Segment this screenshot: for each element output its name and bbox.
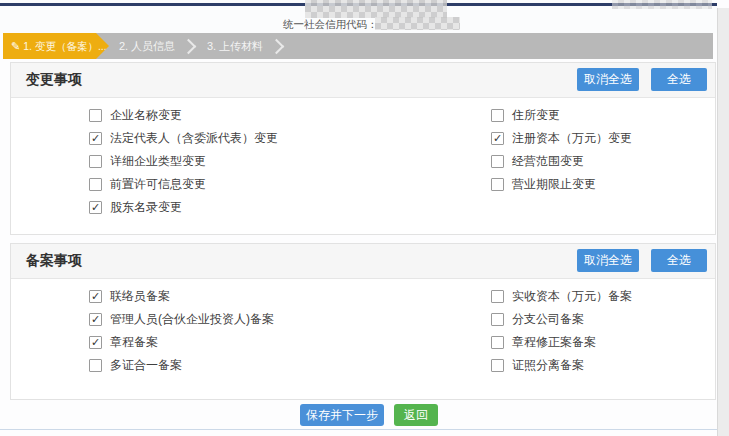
- checkbox-label: 详细企业类型变更: [110, 153, 206, 170]
- checkbox-label: 多证合一备案: [110, 357, 182, 374]
- checkbox-item[interactable]: ✓股东名录变更: [89, 199, 278, 215]
- checkbox-item[interactable]: 章程修正案备案: [491, 334, 632, 350]
- checkbox-item[interactable]: 证照分离备案: [491, 357, 632, 373]
- change-items-title: 变更事项: [26, 71, 82, 89]
- checkbox-label: 前置许可信息变更: [110, 176, 206, 193]
- checkbox[interactable]: ✓: [89, 290, 102, 303]
- back-button[interactable]: 返回: [394, 404, 438, 426]
- filing-items-right-column: 实收资本（万元）备案 分支公司备案 章程修正案备案 证照分离备案: [491, 288, 632, 380]
- redacted-company-name: [305, 0, 447, 18]
- pencil-icon: ✎: [11, 40, 20, 52]
- checkbox-label: 章程备案: [110, 334, 158, 351]
- checkbox[interactable]: [89, 178, 102, 191]
- checkbox[interactable]: [491, 290, 504, 303]
- filing-items-title: 备案事项: [26, 252, 82, 270]
- checkbox-item[interactable]: 经营范围变更: [491, 153, 632, 169]
- change-items-right-column: 住所变更 ✓注册资本（万元）变更 经营范围变更 营业期限止变更: [491, 107, 632, 199]
- checkbox-item[interactable]: 多证合一备案: [89, 357, 274, 373]
- bottom-divider: [0, 429, 729, 430]
- checkbox[interactable]: [491, 109, 504, 122]
- checkbox[interactable]: [89, 155, 102, 168]
- checkbox[interactable]: [491, 313, 504, 326]
- checkbox-label: 股东名录变更: [110, 199, 182, 216]
- page: 统一社会信用代码： ✎1. 变更（备案）... 2. 人员信息 3. 上传材料 …: [0, 0, 729, 436]
- checkbox[interactable]: [89, 109, 102, 122]
- checkbox-label: 实收资本（万元）备案: [512, 288, 632, 305]
- checkbox-item[interactable]: 详细企业类型变更: [89, 153, 278, 169]
- checkbox-label: 住所变更: [512, 107, 560, 124]
- save-and-next-button[interactable]: 保存并下一步: [300, 404, 384, 426]
- checkbox-label: 经营范围变更: [512, 153, 584, 170]
- checkbox-item[interactable]: 住所变更: [491, 107, 632, 123]
- step-1-label: 1. 变更（备案）...: [23, 40, 106, 52]
- change-items-header: 变更事项 取消全选 全选: [11, 63, 715, 98]
- checkbox[interactable]: ✓: [89, 132, 102, 145]
- checkbox-item[interactable]: 前置许可信息变更: [89, 176, 278, 192]
- checkbox[interactable]: [491, 336, 504, 349]
- checkbox[interactable]: [89, 359, 102, 372]
- checkbox[interactable]: [491, 359, 504, 372]
- checkbox[interactable]: ✓: [89, 313, 102, 326]
- filing-items-left-column: ✓联络员备案 ✓管理人员(合伙企业投资人)备案 ✓章程备案 多证合一备案: [89, 288, 274, 380]
- step-2-personnel-info[interactable]: 2. 人员信息: [107, 33, 187, 59]
- deselect-all-button[interactable]: 取消全选: [577, 249, 639, 272]
- checkbox-label: 证照分离备案: [512, 357, 584, 374]
- deselect-all-button[interactable]: 取消全选: [577, 68, 639, 91]
- checkbox[interactable]: [491, 155, 504, 168]
- checkbox-label: 营业期限止变更: [512, 176, 596, 193]
- top-header: 统一社会信用代码：: [0, 0, 717, 33]
- checkbox-item[interactable]: 营业期限止变更: [491, 176, 632, 192]
- step-wizard: ✎1. 变更（备案）... 2. 人员信息 3. 上传材料: [3, 33, 713, 59]
- filing-items-header: 备案事项 取消全选 全选: [11, 244, 715, 279]
- select-all-button[interactable]: 全选: [651, 249, 707, 272]
- checkbox-label: 企业名称变更: [110, 107, 182, 124]
- checkbox-item[interactable]: ✓章程备案: [89, 334, 274, 350]
- checkbox-label: 管理人员(合伙企业投资人)备案: [110, 311, 274, 328]
- checkbox[interactable]: [491, 178, 504, 191]
- checkbox[interactable]: ✓: [491, 132, 504, 145]
- change-items-left-column: 企业名称变更 ✓法定代表人（含委派代表）变更 详细企业类型变更 前置许可信息变更…: [89, 107, 278, 222]
- redacted-credit-code: [375, 17, 460, 30]
- checkbox-label: 注册资本（万元）变更: [512, 130, 632, 147]
- checkbox-item[interactable]: ✓注册资本（万元）变更: [491, 130, 632, 146]
- checkbox-item[interactable]: 实收资本（万元）备案: [491, 288, 632, 304]
- checkbox-label: 法定代表人（含委派代表）变更: [110, 130, 278, 147]
- select-all-button[interactable]: 全选: [651, 68, 707, 91]
- checkbox-label: 分支公司备案: [512, 311, 584, 328]
- redacted-header-text: [612, 0, 712, 9]
- filing-items-panel: 备案事项 取消全选 全选 ✓联络员备案 ✓管理人员(合伙企业投资人)备案 ✓章程…: [10, 243, 716, 400]
- right-page-gutter: [717, 8, 729, 436]
- checkbox-item[interactable]: ✓法定代表人（含委派代表）变更: [89, 130, 278, 146]
- checkbox-item[interactable]: ✓管理人员(合伙企业投资人)备案: [89, 311, 274, 327]
- change-items-panel: 变更事项 取消全选 全选 企业名称变更 ✓法定代表人（含委派代表）变更 详细企业…: [10, 62, 716, 235]
- step-3-upload-materials[interactable]: 3. 上传材料: [195, 33, 275, 59]
- checkbox-item[interactable]: 分支公司备案: [491, 311, 632, 327]
- step-1-change-filing[interactable]: ✎1. 变更（备案）...: [3, 33, 109, 59]
- credit-code-label: 统一社会信用代码：: [283, 18, 378, 31]
- checkbox-label: 章程修正案备案: [512, 334, 596, 351]
- checkbox-label: 联络员备案: [110, 288, 170, 305]
- checkbox[interactable]: ✓: [89, 336, 102, 349]
- checkbox-item[interactable]: ✓联络员备案: [89, 288, 274, 304]
- checkbox[interactable]: ✓: [89, 201, 102, 214]
- checkbox-item[interactable]: 企业名称变更: [89, 107, 278, 123]
